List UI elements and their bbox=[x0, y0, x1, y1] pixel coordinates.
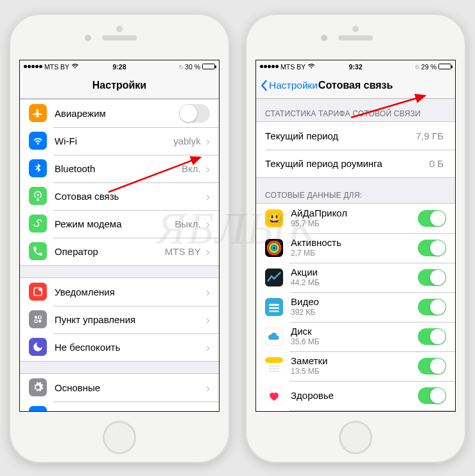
nav-bar: Настройки Сотовая связь bbox=[256, 73, 455, 99]
app-row-smiley[interactable]: 😃АйДаПрикол95,7 МБ bbox=[256, 204, 455, 233]
stats-row: Текущий период7,9 ГБ bbox=[256, 122, 455, 150]
app-switch[interactable] bbox=[418, 358, 446, 375]
nav-back-button[interactable]: Настройки bbox=[260, 80, 318, 91]
app-row-videos[interactable]: Видео392 КБ bbox=[256, 292, 455, 322]
phone-icon bbox=[29, 242, 47, 260]
row-detail: MTS BY bbox=[165, 246, 201, 257]
settings-row-dnd[interactable]: Не беспокоить› bbox=[20, 333, 219, 361]
stats-row: Текущий период роуминга0 Б bbox=[256, 150, 455, 177]
battery-icon bbox=[202, 64, 215, 69]
settings-row-hotspot[interactable]: Режим модемаВыкл.› bbox=[20, 210, 219, 238]
app-row-stocks[interactable]: Акции44,2 МБ bbox=[256, 263, 455, 292]
ear-speaker bbox=[338, 35, 373, 40]
chevron-right-icon: › bbox=[206, 190, 210, 202]
svg-rect-14 bbox=[269, 307, 279, 309]
app-row-calendar[interactable]: ПН3Календарь и Напоминания7,0 МБ bbox=[256, 410, 455, 411]
stats-header: СТАТИСТИКА ТАРИФА СОТОВОЙ СВЯЗИ bbox=[256, 105, 455, 121]
stats-value: 7,9 ГБ bbox=[416, 130, 444, 141]
clock-label: 9:28 bbox=[112, 63, 126, 71]
signal-dots-icon bbox=[24, 65, 42, 68]
row-label: Не беспокоить bbox=[55, 342, 120, 353]
apps-header: СОТОВЫЕ ДАННЫЕ ДЛЯ: bbox=[256, 187, 455, 203]
row-label: Авиарежим bbox=[55, 108, 106, 119]
app-row-notes[interactable]: Заметки13,5 МБ bbox=[256, 351, 455, 381]
app-switch[interactable] bbox=[418, 210, 446, 227]
chevron-right-icon: › bbox=[206, 409, 210, 411]
videos-icon bbox=[265, 298, 283, 316]
app-name: Видео bbox=[291, 296, 418, 307]
wifi-icon bbox=[29, 132, 47, 150]
settings-row-control[interactable]: Пункт управления› bbox=[20, 306, 219, 333]
cloud-icon bbox=[265, 328, 283, 346]
chevron-right-icon: › bbox=[206, 286, 210, 298]
app-switch[interactable] bbox=[418, 269, 446, 286]
proximity-sensor bbox=[116, 26, 123, 32]
stats-value: 0 Б bbox=[429, 158, 444, 169]
general-icon bbox=[29, 378, 47, 396]
settings-list[interactable]: АвиарежимWi-Fiyablyk›BluetoothВкл.›Сотов… bbox=[20, 99, 219, 411]
display-icon: AA bbox=[29, 406, 47, 411]
app-switch[interactable] bbox=[418, 299, 446, 315]
row-label: Пункт управления bbox=[55, 314, 135, 325]
svg-point-10 bbox=[272, 246, 276, 250]
app-switch[interactable] bbox=[418, 387, 446, 404]
proximity-sensor bbox=[352, 26, 359, 32]
app-row-cloud[interactable]: Диск35,6 МБ bbox=[256, 322, 455, 351]
settings-row-general[interactable]: Основные› bbox=[20, 374, 219, 401]
screen-left: MTS BY 9:28 ⎋ 30 % Настройки АвиарежимWi… bbox=[19, 60, 220, 412]
home-button[interactable] bbox=[103, 421, 136, 454]
app-row-health[interactable]: Здоровье bbox=[256, 381, 455, 410]
svg-point-9 bbox=[270, 243, 279, 252]
carrier-label: MTS BY bbox=[44, 63, 69, 71]
app-usage: 44,2 МБ bbox=[291, 279, 418, 288]
cellular-content[interactable]: СТАТИСТИКА ТАРИФА СОТОВОЙ СВЯЗИ Текущий … bbox=[256, 99, 455, 411]
front-camera bbox=[321, 35, 327, 41]
carrier-label: MTS BY bbox=[281, 63, 306, 71]
settings-row-bluetooth[interactable]: BluetoothВкл.› bbox=[20, 155, 219, 182]
clock-label: 9:32 bbox=[349, 63, 362, 71]
app-name: Акции bbox=[291, 267, 418, 278]
svg-point-2 bbox=[35, 316, 38, 319]
settings-row-display[interactable]: AAЭкран и яркость› bbox=[20, 401, 219, 411]
dnd-icon bbox=[29, 338, 47, 356]
settings-row-phone[interactable]: ОператорMTS BY› bbox=[20, 238, 219, 265]
row-detail: Вкл. bbox=[182, 163, 201, 174]
settings-row-airplane[interactable]: Авиарежим bbox=[20, 100, 219, 127]
battery-icon bbox=[438, 64, 451, 69]
app-switch[interactable] bbox=[418, 328, 446, 345]
chevron-right-icon: › bbox=[206, 218, 210, 230]
home-button[interactable] bbox=[339, 421, 372, 454]
chevron-right-icon: › bbox=[206, 382, 210, 394]
chevron-right-icon: › bbox=[206, 245, 210, 258]
chevron-right-icon: › bbox=[206, 313, 210, 326]
svg-rect-13 bbox=[269, 304, 279, 306]
front-camera bbox=[85, 35, 91, 41]
settings-row-notify[interactable]: Уведомления› bbox=[20, 278, 219, 306]
bluetooth-icon bbox=[29, 159, 47, 177]
stats-label: Текущий период bbox=[265, 130, 338, 141]
status-bar: MTS BY 9:32 ⎋ 29 % bbox=[256, 60, 455, 73]
nav-back-label: Настройки bbox=[269, 80, 318, 91]
bluetooth-icon: ⎋ bbox=[179, 63, 183, 70]
app-usage: 392 КБ bbox=[291, 308, 418, 317]
stats-label: Текущий период роуминга bbox=[265, 158, 383, 169]
app-switch[interactable] bbox=[418, 240, 446, 256]
settings-row-wifi[interactable]: Wi-Fiyablyk› bbox=[20, 127, 219, 155]
row-switch[interactable] bbox=[179, 104, 210, 123]
app-usage: 95,7 МБ bbox=[291, 220, 418, 229]
health-icon bbox=[265, 387, 283, 405]
svg-rect-18 bbox=[265, 357, 283, 363]
app-row-activity[interactable]: Активность2,7 МБ bbox=[256, 233, 455, 263]
smiley-icon: 😃 bbox=[265, 209, 283, 227]
svg-point-4 bbox=[35, 320, 38, 323]
notify-icon bbox=[29, 283, 47, 301]
battery-pct-label: 29 % bbox=[421, 63, 436, 71]
settings-row-cellular[interactable]: Сотовая связь› bbox=[20, 182, 219, 210]
app-usage: 2,7 МБ bbox=[291, 249, 418, 258]
row-label: Wi-Fi bbox=[55, 136, 77, 146]
bluetooth-icon: ⎋ bbox=[415, 63, 419, 70]
svg-point-3 bbox=[39, 316, 42, 319]
row-label: Bluetooth bbox=[55, 163, 95, 174]
nav-title: Сотовая связь bbox=[318, 80, 393, 91]
battery-pct-label: 30 % bbox=[185, 63, 200, 71]
